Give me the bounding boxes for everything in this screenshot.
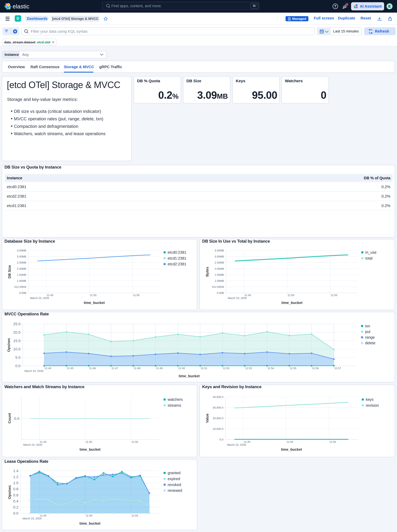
svg-text:5.0: 5.0: [15, 355, 20, 360]
svg-text:?: ?: [334, 5, 336, 8]
svg-text:11:46: 11:46: [89, 367, 96, 370]
svg-text:11:45: 11:45: [40, 440, 47, 443]
svg-text:512.00KB: 512.00KB: [212, 285, 224, 288]
svg-text:time_bucket: time_bucket: [84, 301, 105, 305]
svg-text:2.00MB: 2.00MB: [215, 267, 224, 270]
svg-text:watchers: watchers: [167, 397, 183, 401]
svg-text:txn: txn: [365, 324, 370, 328]
svg-text:11:45: 11:45: [47, 294, 53, 297]
svg-text:Count: Count: [7, 413, 12, 423]
svg-text:revision: revision: [366, 403, 379, 407]
svg-text:1.50MB: 1.50MB: [17, 273, 26, 276]
svg-text:0.8: 0.8: [13, 487, 18, 491]
svg-text:11:50: 11:50: [287, 440, 293, 443]
svg-text:put: put: [365, 330, 370, 334]
svg-text:Ops/sec: Ops/sec: [7, 485, 12, 499]
svg-text:11:55: 11:55: [131, 514, 138, 517]
svg-text:DB Size: DB Size: [7, 265, 12, 278]
svg-text:25.0: 25.0: [13, 322, 20, 326]
svg-text:11:53: 11:53: [245, 367, 252, 370]
svg-text:0.00B: 0.00B: [217, 291, 224, 294]
svg-text:streams: streams: [168, 403, 181, 407]
svg-text:15.0: 15.0: [13, 339, 20, 343]
svg-text:3.00MB: 3.00MB: [215, 255, 224, 258]
svg-text:40,000.0: 40,000.0: [213, 395, 223, 398]
svg-text:2.50MB: 2.50MB: [215, 261, 224, 264]
svg-text:etcd2:2381: etcd2:2381: [168, 262, 186, 266]
svg-text:0.0: 0.0: [13, 511, 18, 515]
svg-text:1.00MB: 1.00MB: [215, 279, 224, 282]
svg-text:expired: expired: [168, 477, 180, 481]
svg-text:11:50: 11:50: [178, 367, 185, 370]
svg-text:March 23, 2026: March 23, 2026: [23, 443, 42, 446]
svg-text:11:55: 11:55: [329, 440, 336, 443]
svg-text:delete: delete: [365, 341, 375, 345]
svg-text:March 23, 2026: March 23, 2026: [30, 296, 49, 300]
svg-text:Bytes: Bytes: [205, 267, 209, 277]
svg-text:time_bucket: time_bucket: [179, 374, 200, 378]
svg-text:0.0: 0.0: [14, 416, 19, 421]
svg-text:granted: granted: [168, 471, 180, 475]
svg-text:time_bucket: time_bucket: [281, 301, 303, 305]
svg-text:total: total: [365, 256, 372, 260]
svg-text:11:55: 11:55: [131, 440, 138, 443]
svg-text:11:45: 11:45: [244, 440, 250, 443]
svg-text:11:52: 11:52: [223, 367, 230, 370]
svg-text:512.00KB: 512.00KB: [14, 285, 26, 288]
svg-text:11:45: 11:45: [67, 367, 74, 370]
svg-text:2.50MB: 2.50MB: [17, 261, 26, 264]
svg-text:11:56: 11:56: [312, 367, 319, 370]
svg-text:11:55: 11:55: [290, 367, 297, 370]
svg-text:time_bucket: time_bucket: [80, 447, 100, 451]
svg-text:11:45: 11:45: [40, 514, 46, 517]
svg-text:11:50: 11:50: [288, 294, 294, 297]
svg-text:11:54: 11:54: [267, 367, 274, 370]
svg-text:1.2: 1.2: [13, 475, 18, 479]
svg-text:0.00B: 0.00B: [19, 291, 26, 294]
svg-text:0.2: 0.2: [13, 505, 18, 509]
svg-text:etcd1:2381: etcd1:2381: [168, 256, 186, 260]
svg-text:11:45: 11:45: [244, 294, 251, 297]
svg-text:11:55: 11:55: [331, 294, 337, 297]
svg-text:March 23, 2026: March 23, 2026: [227, 443, 246, 446]
svg-text:20.0: 20.0: [13, 330, 20, 334]
svg-text:March 23, 2026: March 23, 2026: [25, 369, 43, 372]
svg-text:11:49: 11:49: [156, 367, 163, 370]
svg-text:30,000.0: 30,000.0: [213, 406, 223, 409]
svg-text:11:57: 11:57: [334, 367, 341, 370]
svg-text:10.0: 10.0: [13, 347, 20, 351]
svg-text:0.6: 0.6: [13, 493, 18, 497]
svg-text:time_bucket: time_bucket: [80, 521, 100, 526]
svg-text:3.50MB: 3.50MB: [215, 249, 224, 252]
svg-text:renewed: renewed: [168, 488, 182, 493]
svg-text:range: range: [365, 335, 375, 339]
svg-text:11:48: 11:48: [134, 367, 141, 370]
svg-text:Value: Value: [205, 413, 209, 423]
svg-text:11:47: 11:47: [112, 367, 118, 370]
svg-text:0.0: 0.0: [15, 364, 20, 368]
svg-text:etcd0:2381: etcd0:2381: [168, 250, 186, 254]
svg-text:Ops/sec: Ops/sec: [7, 338, 11, 352]
svg-text:1.00MB: 1.00MB: [17, 279, 26, 282]
svg-text:0.4: 0.4: [13, 499, 18, 503]
svg-text:11:50: 11:50: [90, 294, 97, 297]
svg-text:in_use: in_use: [365, 250, 377, 254]
svg-text:March 23, 2026: March 23, 2026: [23, 517, 42, 520]
svg-text:3.50MB: 3.50MB: [17, 249, 26, 252]
svg-text:2.00MB: 2.00MB: [17, 267, 26, 270]
svg-text:1.4: 1.4: [13, 469, 18, 473]
svg-text:11:50: 11:50: [86, 514, 93, 517]
svg-text:revoked: revoked: [168, 483, 181, 487]
svg-text:3.00MB: 3.00MB: [17, 255, 26, 258]
svg-text:11:44: 11:44: [45, 367, 51, 370]
svg-text:keys: keys: [366, 397, 373, 401]
svg-text:1.50MB: 1.50MB: [215, 273, 224, 276]
svg-text:11:50: 11:50: [86, 440, 92, 443]
svg-text:20,000.0: 20,000.0: [213, 417, 223, 420]
svg-text:11:55: 11:55: [133, 294, 140, 297]
svg-text:0.0: 0.0: [219, 438, 223, 441]
svg-text:1.0: 1.0: [13, 481, 18, 485]
svg-text:11:51: 11:51: [201, 367, 207, 370]
svg-text:March 23, 2026: March 23, 2026: [228, 296, 247, 300]
svg-text:10,000.0: 10,000.0: [213, 427, 223, 430]
